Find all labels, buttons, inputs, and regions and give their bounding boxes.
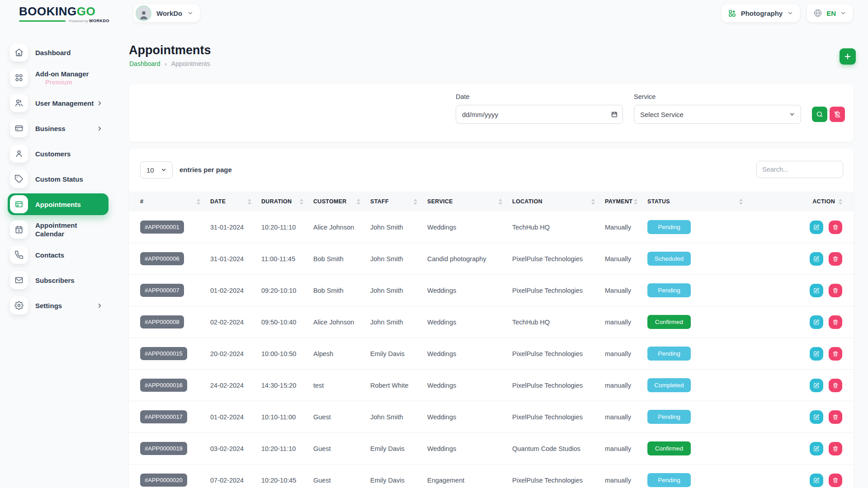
date-filter-input[interactable] xyxy=(456,105,623,124)
edit-appointment-button[interactable] xyxy=(810,315,823,329)
cell-id: #APP0000016 xyxy=(140,379,210,392)
edit-icon xyxy=(813,446,820,452)
sort-icon[interactable] xyxy=(634,199,637,205)
table-body: #APP00000131-01-202410:20-11:10Alice Joh… xyxy=(129,211,854,488)
table-search-input[interactable] xyxy=(756,161,843,178)
sidebar-item-appointments[interactable]: Appointments xyxy=(8,193,108,215)
column-header-payment[interactable]: PAYMENT xyxy=(605,192,647,211)
sort-icon[interactable] xyxy=(300,199,303,205)
column-header-date[interactable]: DATE xyxy=(210,192,261,211)
cell-service: Weddings xyxy=(427,382,512,389)
sidebar-item-add-on-manager[interactable]: Add-on ManagerPremium xyxy=(8,67,108,89)
appointment-id-badge[interactable]: #APP000001 xyxy=(140,221,184,234)
reset-filter-button[interactable] xyxy=(830,107,845,122)
cell-duration: 10:20-11:10 xyxy=(261,445,313,452)
service-filter-select[interactable]: Select Service xyxy=(634,105,801,124)
sidebar-nav: DashboardAdd-on ManagerPremiumUser Manag… xyxy=(8,42,121,316)
sort-icon[interactable] xyxy=(739,199,743,205)
appointment-id-badge[interactable]: #APP0000017 xyxy=(140,410,187,423)
users-icon xyxy=(10,94,28,112)
sort-icon[interactable] xyxy=(197,199,200,205)
edit-appointment-button[interactable] xyxy=(810,379,823,392)
cell-id: #APP000006 xyxy=(140,252,210,265)
apply-filter-button[interactable] xyxy=(812,107,827,122)
sidebar-item-text: Custom Status xyxy=(35,175,83,183)
sort-icon[interactable] xyxy=(248,199,251,205)
edit-icon xyxy=(813,319,820,325)
status-badge: Scheduled xyxy=(647,252,691,266)
cell-payment: manually xyxy=(605,477,647,484)
delete-appointment-button[interactable] xyxy=(829,410,842,424)
sidebar-item-label: Settings xyxy=(35,301,62,310)
sidebar-item-text: Add-on ManagerPremium xyxy=(35,70,89,86)
edit-appointment-button[interactable] xyxy=(810,410,823,424)
trash-icon xyxy=(832,414,839,420)
cell-id: #APP0000017 xyxy=(140,410,210,423)
add-appointment-button[interactable] xyxy=(840,48,856,65)
delete-appointment-button[interactable] xyxy=(829,315,842,329)
trash-icon xyxy=(832,351,839,357)
column-label: STATUS xyxy=(647,198,670,205)
column-header-status[interactable]: STATUS xyxy=(647,192,753,211)
cell-staff: John Smith xyxy=(370,224,427,231)
appointment-id-badge[interactable]: #APP0000015 xyxy=(140,347,187,360)
column-header-number[interactable]: # xyxy=(140,192,210,211)
delete-appointment-button[interactable] xyxy=(829,284,842,297)
edit-appointment-button[interactable] xyxy=(810,474,823,487)
column-header-customer[interactable]: CUSTOMER xyxy=(313,192,370,211)
sort-icon[interactable] xyxy=(591,199,595,205)
cell-id: #APP0000020 xyxy=(140,474,210,487)
edit-appointment-button[interactable] xyxy=(810,252,823,266)
cell-location: TechHub HQ xyxy=(512,224,605,231)
column-header-staff[interactable]: STAFF xyxy=(370,192,427,211)
brand-logo[interactable]: BOOKINGGO Powered by WORKDO xyxy=(19,5,109,23)
sort-icon[interactable] xyxy=(499,199,502,205)
delete-appointment-button[interactable] xyxy=(829,442,842,455)
sort-icon[interactable] xyxy=(414,199,417,205)
sidebar-item-label: Appointments xyxy=(35,200,81,209)
sidebar-item-settings[interactable]: Settings xyxy=(8,295,108,316)
sidebar-item-contacts[interactable]: Contacts xyxy=(8,244,108,266)
entries-per-page-select[interactable]: 10 xyxy=(140,161,173,178)
delete-appointment-button[interactable] xyxy=(829,252,842,266)
cell-action xyxy=(753,252,842,266)
appointment-id-badge[interactable]: #APP0000020 xyxy=(140,474,187,487)
edit-appointment-button[interactable] xyxy=(810,442,823,455)
sort-icon[interactable] xyxy=(839,199,842,205)
delete-appointment-button[interactable] xyxy=(829,474,842,487)
appointment-id-badge[interactable]: #APP000008 xyxy=(140,315,184,328)
edit-appointment-button[interactable] xyxy=(810,221,823,234)
appointment-id-badge[interactable]: #APP000007 xyxy=(140,284,184,297)
column-header-action[interactable]: ACTION xyxy=(753,192,842,211)
cell-duration: 10:20-11:10 xyxy=(261,224,313,231)
delete-appointment-button[interactable] xyxy=(829,347,842,361)
sort-icon[interactable] xyxy=(357,199,360,205)
column-header-service[interactable]: SERVICE xyxy=(427,192,512,211)
cell-date: 24-02-2024 xyxy=(210,382,261,389)
sidebar-item-label: Appointment Calendar xyxy=(35,221,103,238)
breadcrumb-dashboard[interactable]: Dashboard xyxy=(129,60,160,67)
delete-appointment-button[interactable] xyxy=(829,379,842,392)
edit-appointment-button[interactable] xyxy=(810,347,823,361)
cell-customer: test xyxy=(313,382,370,389)
appointment-id-badge[interactable]: #APP0000016 xyxy=(140,379,187,392)
edit-appointment-button[interactable] xyxy=(810,284,823,297)
cell-staff: Emily Davis xyxy=(370,445,427,452)
column-header-location[interactable]: LOCATION xyxy=(512,192,605,211)
sidebar-item-business[interactable]: Business xyxy=(8,117,108,139)
sidebar-item-text: User Management xyxy=(35,99,94,108)
column-label: CUSTOMER xyxy=(313,198,347,205)
status-badge: Pending xyxy=(647,410,691,424)
sidebar-item-subscribers[interactable]: Subscribers xyxy=(8,269,108,291)
sidebar-item-appointment-calendar[interactable]: Appointment Calendar xyxy=(8,219,108,240)
cell-status: Pending xyxy=(647,220,753,234)
column-header-duration[interactable]: DURATION xyxy=(261,192,313,211)
sidebar-item-dashboard[interactable]: Dashboard xyxy=(8,42,108,63)
sidebar-item-user-management[interactable]: User Management xyxy=(8,92,108,114)
sidebar-item-customers[interactable]: Customers xyxy=(8,143,108,164)
cell-payment: Manually xyxy=(605,224,647,231)
sidebar-item-custom-status[interactable]: Custom Status xyxy=(8,168,108,190)
delete-appointment-button[interactable] xyxy=(829,221,842,234)
appointment-id-badge[interactable]: #APP000006 xyxy=(140,252,184,265)
appointment-id-badge[interactable]: #APP0000019 xyxy=(140,442,187,455)
